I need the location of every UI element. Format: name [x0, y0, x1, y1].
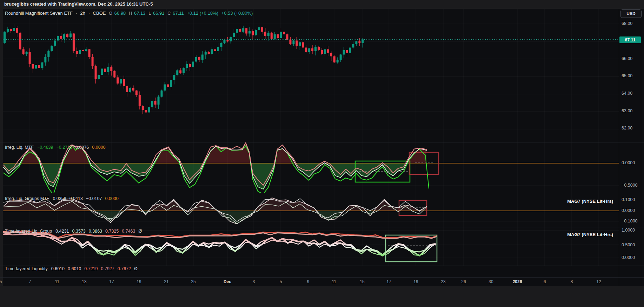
legend-value: 0.0000 — [105, 196, 118, 201]
pane-divider[interactable] — [0, 142, 644, 142]
axis-label: −0.5000 — [622, 183, 638, 188]
axis-label: 0.0000 — [622, 160, 635, 165]
axis-label: 65.00 — [622, 73, 632, 78]
legend-value: 0.6010 — [51, 266, 65, 271]
legend-value: −0.2752 — [57, 145, 73, 150]
attribution-text: brucegibbs created with TradingView.com,… — [4, 1, 153, 7]
time-tick-label: 5 — [0, 279, 9, 284]
legend-value: 0.7463 — [122, 229, 135, 234]
pane3-legend[interactable]: Time-layered Liq. Group0.42310.35730.386… — [5, 229, 145, 234]
time-tick-label: 8 — [564, 279, 580, 284]
bottom-brand-bar: TradingView — [0, 286, 644, 307]
separator-dot: · — [76, 11, 77, 16]
legend-value: 0.0876 — [75, 145, 89, 150]
time-tick-label: 6 — [537, 279, 553, 284]
time-tick-label: 19 — [131, 279, 147, 284]
time-tick-label: 19 — [408, 279, 424, 284]
legend-value: 0.0000 — [92, 145, 105, 150]
time-tick-label: 13 — [76, 279, 92, 284]
main-chart-canvas[interactable] — [0, 9, 644, 142]
time-tick-label: 9 — [300, 279, 316, 284]
axis-label: 1.0000 — [622, 228, 635, 233]
high-value: 67.13 — [134, 11, 146, 16]
last-price-badge: 67.11 — [619, 36, 641, 43]
high-label: H — [129, 11, 132, 16]
pane1-title[interactable]: Irreg. Liq. MTF — [5, 145, 34, 150]
legend-value: 0.7325 — [105, 229, 119, 234]
axis-label: 63.00 — [622, 108, 632, 113]
tradingview-chart-window: brucegibbs created with TradingView.com,… — [0, 0, 644, 307]
pane-divider[interactable] — [0, 193, 644, 193]
axis-label: 66.00 — [622, 56, 632, 61]
pane4-title[interactable]: Time-layered Liquidity — [5, 266, 48, 271]
open-value: 66.98 — [114, 11, 126, 16]
legend-value: 0.3863 — [89, 229, 102, 234]
pane2-source-label: MAG7 (NYSE Lit-Hrs) — [543, 199, 613, 204]
time-tick-label: 17 — [381, 279, 397, 284]
interval-label[interactable]: 2h — [80, 11, 85, 16]
price-axis-border — [619, 9, 619, 286]
time-tick-label: 25 — [185, 279, 201, 284]
time-tick-label: 3 — [246, 279, 262, 284]
axis-label: −0.1000 — [622, 219, 638, 223]
legend-value: 0.4231 — [55, 229, 69, 234]
time-tick-label: 2026 — [509, 279, 525, 284]
axis-label: 64.00 — [622, 91, 632, 96]
open-label: O — [109, 11, 112, 16]
exchange-label: CBOE — [93, 11, 106, 16]
pane3-source-label: MAG7 (NYSE Lit-Hrs) — [543, 232, 613, 237]
time-tick-label: 21 — [158, 279, 174, 284]
time-tick-label: 30 — [483, 279, 499, 284]
axis-label: 68.00 — [622, 21, 632, 26]
time-tick-label: 26 — [456, 279, 472, 284]
close-label: C — [167, 11, 171, 16]
total-change-value: +0.53 (+0.80%) — [221, 11, 253, 16]
time-tick-label: 23 — [435, 279, 451, 284]
axis-label: 0.5000 — [622, 242, 635, 247]
time-tick-label: 11 — [49, 279, 65, 284]
time-tick-label: Dec — [219, 279, 235, 284]
time-tick-label: 5 — [273, 279, 289, 284]
axis-label: 0.0000 — [622, 208, 635, 213]
pane-divider[interactable] — [0, 266, 644, 266]
legend-value: 0.7927 — [101, 266, 114, 271]
bar-change-value: +0.12 (+0.18%) — [187, 11, 218, 16]
time-tick-label: 11 — [326, 279, 342, 284]
legend-value: 0.7219 — [84, 266, 98, 271]
symbol-title[interactable]: Roundhill Magnificent Seven ETF — [5, 11, 73, 16]
pane2-legend[interactable]: Irreg. Liq. Groups MTF0.03590.0413−0.010… — [5, 196, 122, 201]
pane2-title[interactable]: Irreg. Liq. Groups MTF — [5, 196, 49, 201]
legend-value: −0.4639 — [37, 145, 53, 150]
axis-label: 0.0000 — [622, 255, 635, 260]
close-value: 67.11 — [173, 11, 184, 16]
time-tick-label: 15 — [354, 279, 370, 284]
pane3-title[interactable]: Time-layered Liq. Group — [5, 229, 52, 234]
separator-dot: · — [88, 11, 90, 16]
time-axis-border — [0, 277, 644, 278]
legend-value: 0.0359 — [53, 196, 66, 201]
legend-value: 0.7672 — [118, 266, 131, 271]
pane-divider[interactable] — [0, 227, 644, 227]
low-value: 66.91 — [153, 11, 165, 16]
attribution-bar: brucegibbs created with TradingView.com,… — [0, 0, 644, 9]
time-tick-label: 12 — [591, 279, 607, 284]
time-tick-label: 17 — [104, 279, 120, 284]
pane4-legend[interactable]: Time-layered Liquidity0.60100.60100.7219… — [5, 266, 141, 271]
currency-usd-button[interactable]: USD — [620, 9, 642, 18]
time-tick-label: 7 — [22, 279, 38, 284]
legend-value: 0.0413 — [69, 196, 83, 201]
low-label: L — [148, 11, 151, 16]
pane1-legend[interactable]: Irreg. Liq. MTF−0.4639−0.27520.08760.000… — [5, 145, 109, 150]
legend-value: Ø — [134, 266, 138, 271]
legend-value: Ø — [139, 229, 142, 234]
left-edge-strip — [0, 9, 3, 286]
symbol-legend[interactable]: Roundhill Magnificent Seven ETF · 2h · C… — [5, 11, 254, 16]
legend-value: 0.3573 — [72, 229, 86, 234]
axis-label: 62.00 — [622, 126, 632, 131]
pane-irreg-liq-mtf-canvas[interactable] — [0, 142, 644, 193]
legend-value: −0.0107 — [86, 196, 102, 201]
axis-label: 0.1000 — [622, 197, 635, 202]
right-edge-border — [641, 9, 641, 286]
legend-value: 0.6010 — [68, 266, 81, 271]
